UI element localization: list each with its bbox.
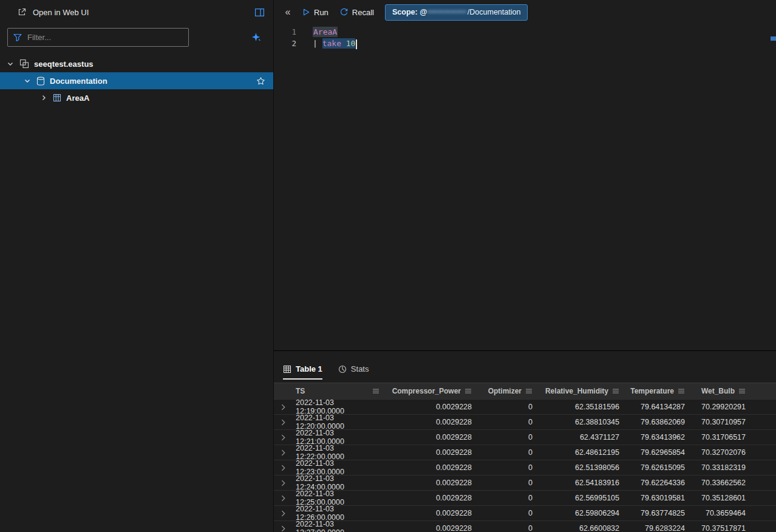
editor-selection: take 10 [322,38,356,49]
column-header-temperature[interactable]: Temperature [623,383,689,399]
table-cell: 0.0029228 [383,430,475,445]
query-editor[interactable]: 1AreaA 2| take 10 [274,24,776,350]
favorites-filter-icon[interactable] [251,32,261,43]
table-cell: 70.33662562 [689,476,749,490]
table-row[interactable]: 2022-11-03 12:24:00.00000.0029228062.541… [274,475,776,490]
table-cell: 2022-11-03 12:20:00.0000 [292,415,383,429]
column-menu-icon[interactable] [525,388,533,394]
table-cell: 79.63413962 [623,430,689,445]
chevron-right-icon [281,525,285,532]
table-row[interactable]: 2022-11-03 12:19:00.00000.0029228062.351… [274,399,776,414]
table-cell: 0.0029228 [383,476,475,490]
table-cell: 70.30710957 [689,415,749,429]
row-expand-button[interactable] [274,415,292,429]
split-panel-icon[interactable] [254,7,265,18]
table-cell: 0.0029228 [383,400,475,414]
table-row[interactable]: 2022-11-03 12:21:00.00000.0029228062.437… [274,429,776,445]
table-cell: 0.0029228 [383,415,475,429]
chevron-right-icon [281,434,285,441]
table-cell: 70.29920291 [689,400,749,414]
column-menu-icon[interactable] [612,388,619,394]
tab-stats[interactable]: Stats [338,364,369,380]
table-cell: 79.62264336 [623,476,689,490]
column-label: TS [296,387,305,395]
token-pipe: | [313,39,322,48]
run-button[interactable]: Run [299,6,331,19]
tree-item-cluster[interactable]: seeqtest.eastus [0,55,273,72]
tab-label: Stats [351,364,369,373]
table-cell: 2022-11-03 12:27:00.0000 [292,521,383,532]
column-header-ts[interactable]: TS [292,383,383,399]
column-menu-icon[interactable] [738,388,746,394]
overview-ruler-cursor-marker [771,36,776,41]
row-expand-button[interactable] [274,460,292,475]
open-in-web-ui-button[interactable]: Open in Web UI [33,8,248,17]
column-menu-icon[interactable] [372,388,379,394]
row-expand-button[interactable] [274,521,292,532]
row-expand-button[interactable] [274,430,292,445]
table-body: 2022-11-03 12:19:00.00000.0029228062.351… [274,399,776,532]
table-cell: 79.63019581 [623,491,689,505]
token-keyword: take [322,39,346,48]
table-row[interactable]: 2022-11-03 12:20:00.00000.0029228062.388… [274,414,776,429]
table-row[interactable]: 2022-11-03 12:27:00.00000.0029228062.660… [274,520,776,532]
editor-line: 1AreaA [274,26,776,38]
column-header-relative-humidity[interactable]: Relative_Humidity [536,383,623,399]
column-label: Relative_Humidity [545,387,608,395]
table-cell: 62.54183916 [536,476,623,490]
editor-line: 2| take 10 [274,38,776,49]
chevron-right-icon [281,510,285,517]
chevron-right-icon [281,419,285,426]
tab-label: Table 1 [296,364,322,373]
column-menu-icon[interactable] [678,388,685,394]
table-cell: 62.38810345 [536,415,623,429]
table-cell: 0 [475,430,536,445]
table-cell: 62.48612195 [536,445,623,460]
table-cell: 0 [475,506,536,520]
chevron-down-icon[interactable] [23,77,32,85]
table-cell: 2022-11-03 12:23:00.0000 [292,460,383,475]
scope-selector[interactable]: Scope: @••••••••••••/Documentation [385,4,528,21]
table-cell: 79.62965854 [623,445,689,460]
table-cell: 2022-11-03 12:25:00.0000 [292,491,383,505]
tree-item-database[interactable]: Documentation [0,72,273,89]
filter-input-box[interactable] [7,28,189,47]
column-label: Compressor_Power [392,387,461,395]
chevron-right-icon [281,495,285,502]
column-menu-icon[interactable] [465,388,472,394]
tab-table-1[interactable]: Table 1 [283,364,322,380]
table-cell: 0 [475,521,536,532]
table-cell: 0 [475,491,536,505]
table-cell: 62.35181596 [536,400,623,414]
row-expand-button[interactable] [274,491,292,505]
row-expand-button[interactable] [274,400,292,414]
row-expand-button[interactable] [274,445,292,460]
table-cell: 2022-11-03 12:19:00.0000 [292,400,383,414]
cluster-label: seeqtest.eastus [34,60,94,69]
recall-button[interactable]: Recall [337,6,376,19]
column-header-optimizer[interactable]: Optimizer [475,383,536,399]
star-icon[interactable] [256,77,265,86]
filter-input[interactable] [27,33,183,42]
collapse-sidebar-button[interactable]: « [282,7,293,18]
table-cell: 79.62615095 [623,460,689,475]
tree-item-table[interactable]: AreaA [0,89,273,106]
table-row[interactable]: 2022-11-03 12:25:00.00000.0029228062.569… [274,490,776,505]
chevron-down-icon[interactable] [6,60,15,68]
table-row[interactable]: 2022-11-03 12:22:00.00000.0029228062.486… [274,445,776,460]
chevron-right-icon[interactable] [39,94,48,102]
table-cell: 62.4371127 [536,430,623,445]
table-cell: 0 [475,445,536,460]
play-icon [302,8,310,16]
column-header-wet-bulb[interactable]: Wet_Bulb [689,383,749,399]
open-external-icon [17,7,27,17]
column-header-compressor-power[interactable]: Compressor_Power [383,383,475,399]
row-expand-button[interactable] [274,476,292,490]
table-row[interactable]: 2022-11-03 12:23:00.00000.0029228062.513… [274,460,776,475]
stats-icon [338,365,347,373]
row-expand-button[interactable] [274,506,292,520]
results-grid: TS Compressor_Power Optimizer Relative_H… [274,383,776,532]
table-cell: 79.6283224 [623,521,689,532]
table-cell: 70.35128601 [689,491,749,505]
table-row[interactable]: 2022-11-03 12:26:00.00000.0029228062.598… [274,505,776,520]
